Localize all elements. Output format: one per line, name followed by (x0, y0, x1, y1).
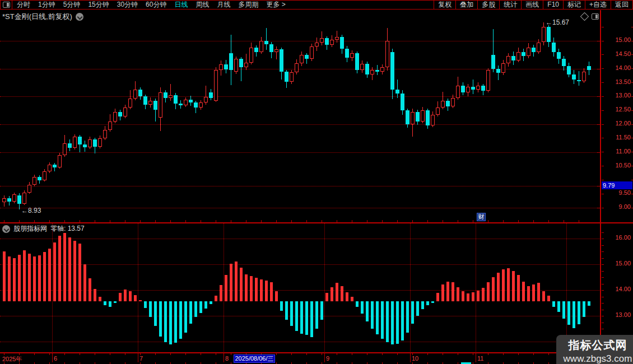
candle-body (199, 102, 203, 108)
axis-tick (602, 124, 604, 125)
candle-body (224, 64, 228, 69)
date-tick (443, 353, 443, 355)
candle-body (43, 171, 46, 180)
candle-body (234, 59, 238, 71)
candle-body (128, 99, 132, 108)
diamond-icon[interactable] (580, 12, 589, 21)
toolbar-button[interactable]: 返回 (611, 1, 632, 9)
histogram-bar (426, 301, 429, 305)
axis-tick (602, 297, 604, 297)
histogram-bar (588, 301, 590, 306)
toolbar-button[interactable]: F10 (543, 1, 563, 9)
period-tab[interactable]: 15分钟 (88, 0, 109, 10)
period-tab[interactable]: 30分钟 (117, 0, 138, 10)
histogram-bar (28, 254, 31, 301)
month-gridline (476, 223, 476, 353)
candle-body (431, 115, 435, 126)
histogram-bar (583, 301, 585, 318)
histogram-bar (8, 256, 11, 301)
histogram-bar (99, 297, 101, 301)
candle-body (148, 101, 152, 105)
histogram-bar (199, 301, 202, 314)
axis-tick (602, 284, 604, 284)
histogram-bar (134, 295, 137, 301)
histogram-bar (33, 256, 36, 301)
price-axis-label: 9.79 (602, 181, 632, 189)
histogram-bar (73, 241, 76, 301)
toolbar-button[interactable]: 复权 (434, 1, 455, 9)
histogram-bar (502, 269, 505, 301)
candle-body (68, 143, 72, 148)
histogram-bar (391, 301, 394, 344)
histogram-bar (537, 283, 540, 301)
indicator-histogram-chart[interactable] (0, 223, 601, 353)
selected-date-label[interactable]: 2025/08/06/三 (234, 354, 275, 363)
month-divider (324, 353, 325, 362)
histogram-bar (381, 301, 384, 339)
histogram-bar (164, 301, 167, 342)
candle-body (522, 52, 525, 57)
indicator-gridline (0, 342, 601, 342)
price-axis-label: 15.00 (602, 36, 631, 43)
period-tab[interactable]: 更多 > (266, 0, 285, 10)
candle-body (395, 90, 399, 94)
toolbar-button[interactable]: 多股 (477, 1, 499, 9)
period-tab[interactable]: 多周期 (238, 0, 258, 10)
panel-split-icon[interactable] (592, 13, 599, 20)
month-divider (410, 353, 411, 362)
toolbar-button[interactable]: 叠加 (455, 1, 477, 9)
candle-body (249, 48, 253, 62)
candle-body (380, 67, 384, 72)
candle-body (2, 198, 6, 203)
candle-body (264, 41, 268, 44)
period-tab[interactable]: 月线 (217, 0, 230, 10)
toolbar-button[interactable]: 标记 (563, 1, 585, 9)
stock-title: *ST金刚(日线,前复权) (2, 12, 72, 22)
date-axis[interactable]: 2025年 2025/08/06/三 67891011 (0, 352, 633, 363)
date-tick (412, 353, 413, 355)
period-tab[interactable]: 1分钟 (38, 0, 55, 10)
month-gridline (566, 223, 567, 353)
histogram-bar (431, 301, 434, 303)
candle-body (365, 64, 369, 74)
histogram-bar (325, 293, 328, 301)
candle-body (305, 55, 309, 59)
candle-body (229, 53, 233, 70)
candle-body (552, 43, 556, 52)
histogram-bar (109, 301, 111, 307)
toolbar-button[interactable]: 统计 (499, 1, 521, 9)
toolbar-button[interactable]: 画线 (521, 1, 543, 9)
candle-body (27, 185, 31, 192)
histogram-bar (421, 301, 424, 310)
date-tick (110, 353, 110, 355)
date-tick (64, 353, 65, 355)
watermark-site-url: www.zbgs3.com (556, 353, 633, 364)
chevron-down-icon[interactable] (76, 13, 83, 21)
axis-tick (602, 329, 604, 329)
period-tab[interactable]: 5分钟 (63, 0, 81, 10)
date-tick (140, 353, 141, 355)
period-tab[interactable]: 分时 (17, 0, 30, 10)
histogram-bar (376, 301, 379, 334)
histogram-bar (290, 301, 293, 326)
axis-tick (597, 186, 600, 186)
toolbar-button[interactable]: +自选 (585, 1, 611, 9)
period-tab[interactable]: 周线 (196, 0, 209, 10)
news-badge[interactable]: 财 (477, 213, 486, 221)
date-tick (170, 353, 171, 355)
date-tick (276, 353, 277, 355)
candle-body (108, 122, 112, 130)
period-tab[interactable]: 日线 (174, 0, 188, 10)
candle-body (22, 193, 26, 204)
histogram-bar (255, 278, 258, 301)
period-tab[interactable]: 60分钟 (146, 0, 166, 10)
candle-body (456, 86, 460, 98)
histogram-bar (522, 282, 525, 301)
candle-body (17, 195, 21, 204)
main-candlestick-chart[interactable] (0, 10, 601, 222)
axis-tick (602, 245, 604, 246)
layout-split-button[interactable] (1, 1, 12, 9)
axis-tick (597, 69, 600, 69)
chevron-down-icon[interactable] (2, 225, 10, 233)
candle-body (360, 64, 364, 70)
